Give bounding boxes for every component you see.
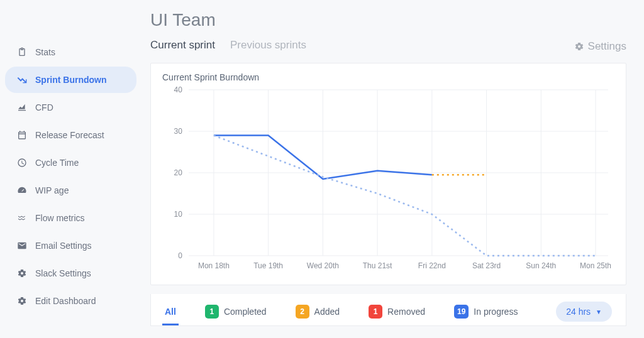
sidebar-item-cfd[interactable]: CFD <box>5 94 136 121</box>
filter-count-badge: 19 <box>454 305 469 319</box>
filter-label: All <box>165 307 176 317</box>
sidebar-item-email-settings[interactable]: Email Settings <box>5 232 136 259</box>
svg-text:Mon 18th: Mon 18th <box>198 261 230 270</box>
time-range-dropdown[interactable]: 24 hrs ▼ <box>556 302 612 322</box>
sidebar-item-label: WIP age <box>35 185 69 195</box>
chart-title: Current Sprint Burndown <box>162 72 614 82</box>
svg-text:Thu 21st: Thu 21st <box>363 261 392 270</box>
chevron-down-icon: ▼ <box>596 308 602 315</box>
burndown-card: Current Sprint Burndown 010203040Mon 18t… <box>150 63 626 285</box>
sidebar-item-label: Edit Dashboard <box>35 296 96 306</box>
tab-bar: Current sprint Previous sprints Settings <box>150 39 626 54</box>
sidebar-item-sprint-burndown[interactable]: Sprint Burndown <box>5 67 136 93</box>
filter-in-progress[interactable]: 19 In progress <box>454 305 518 319</box>
calendar-icon <box>16 129 28 141</box>
svg-text:30: 30 <box>174 127 183 136</box>
settings-button[interactable]: Settings <box>574 40 626 53</box>
sidebar-item-edit-dashboard[interactable]: Edit Dashboard <box>5 288 136 314</box>
svg-text:Sat 23rd: Sat 23rd <box>472 261 501 270</box>
svg-text:10: 10 <box>174 210 183 219</box>
svg-text:Fri 22nd: Fri 22nd <box>418 261 446 270</box>
sidebar-item-label: Release Forecast <box>35 130 104 140</box>
sidebar-item-stats[interactable]: Stats <box>5 39 136 65</box>
filter-label: Completed <box>224 307 267 317</box>
gear-icon <box>574 41 584 52</box>
filter-completed[interactable]: 1 Completed <box>205 305 267 319</box>
burndown-chart: 010203040Mon 18thTue 19thWed 20thThu 21s… <box>162 85 614 273</box>
sidebar-item-label: Cycle Time <box>35 158 79 168</box>
time-range-label: 24 hrs <box>566 307 591 317</box>
svg-text:Mon 25th: Mon 25th <box>580 261 611 270</box>
mail-icon <box>16 240 28 251</box>
svg-text:Tue 19th: Tue 19th <box>253 261 283 270</box>
filter-count-badge: 2 <box>296 305 309 319</box>
sidebar-item-label: Slack Settings <box>35 268 91 278</box>
filter-label: Added <box>314 307 340 317</box>
trending-down-icon <box>16 74 28 85</box>
gauge-icon <box>16 185 28 196</box>
gear-icon <box>16 268 28 279</box>
page-title: UI Team <box>150 10 626 30</box>
svg-text:Sun 24th: Sun 24th <box>526 261 556 270</box>
sidebar: Stats Sprint Burndown CFD Release Foreca… <box>0 0 142 338</box>
svg-text:20: 20 <box>174 168 183 177</box>
filter-count-badge: 1 <box>369 305 382 319</box>
main-content: UI Team Current sprint Previous sprints … <box>142 0 644 338</box>
sidebar-item-label: Stats <box>35 47 55 57</box>
waves-icon <box>16 212 28 224</box>
area-chart-icon <box>16 102 28 113</box>
filter-removed[interactable]: 1 Removed <box>369 305 425 319</box>
sidebar-item-label: CFD <box>35 102 53 112</box>
sidebar-item-release-forecast[interactable]: Release Forecast <box>5 122 136 148</box>
settings-label: Settings <box>588 40 626 53</box>
sidebar-item-label: Sprint Burndown <box>35 75 107 85</box>
svg-text:0: 0 <box>178 251 182 260</box>
sidebar-item-label: Flow metrics <box>35 213 85 223</box>
filter-label: Removed <box>387 307 425 317</box>
filter-all[interactable]: All <box>165 307 176 317</box>
filter-count-badge: 1 <box>205 305 219 319</box>
sidebar-item-cycle-time[interactable]: Cycle Time <box>5 150 136 176</box>
sidebar-item-wip-age[interactable]: WIP age <box>5 177 136 204</box>
gear-icon <box>16 295 28 307</box>
sidebar-item-flow-metrics[interactable]: Flow metrics <box>5 205 136 231</box>
filter-label: In progress <box>474 307 518 317</box>
clipboard-icon <box>16 46 28 58</box>
svg-text:40: 40 <box>174 85 183 94</box>
filter-added[interactable]: 2 Added <box>296 305 340 319</box>
svg-text:Wed 20th: Wed 20th <box>307 261 339 270</box>
tab-previous-sprints[interactable]: Previous sprints <box>230 39 306 54</box>
tab-current-sprint[interactable]: Current sprint <box>150 39 215 54</box>
sidebar-item-slack-settings[interactable]: Slack Settings <box>5 260 136 286</box>
clock-icon <box>16 157 28 168</box>
filter-bar: All 1 Completed 2 Added 1 Removed 19 In … <box>150 294 626 326</box>
sidebar-item-label: Email Settings <box>35 241 91 251</box>
